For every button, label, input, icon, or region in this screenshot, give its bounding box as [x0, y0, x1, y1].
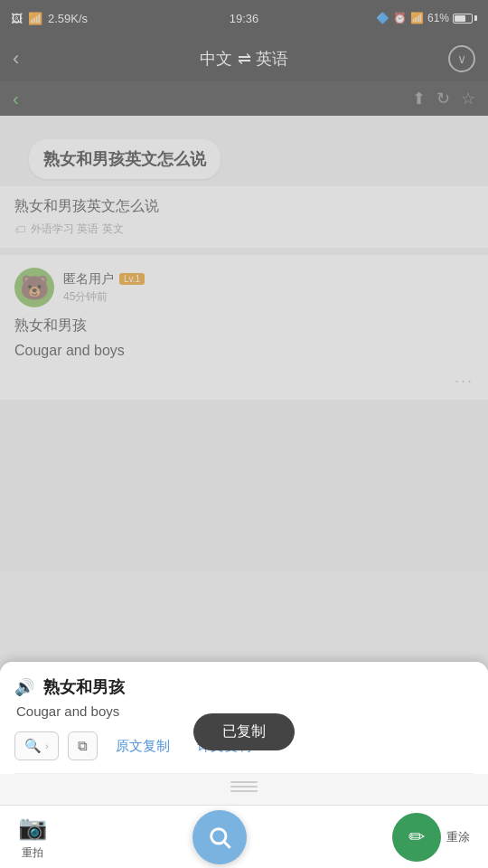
chevron-right-icon: › — [45, 741, 49, 751]
speaker-icon[interactable]: 🔊 — [14, 677, 34, 697]
retake-label: 重拍 — [22, 845, 43, 861]
search-center-icon — [207, 825, 232, 850]
search-icon: 🔍 — [24, 738, 42, 754]
svg-point-0 — [211, 828, 226, 843]
redraw-label: 重涂 — [446, 829, 470, 845]
redraw-button[interactable]: 重涂 — [446, 829, 470, 845]
copy-original-button[interactable]: 原文复制 — [107, 732, 179, 760]
center-search-button[interactable] — [192, 810, 247, 864]
toast-copied: 已复制 — [193, 713, 295, 750]
search-action-button[interactable]: 🔍 › — [14, 731, 59, 760]
right-actions: ✏ 重涂 — [392, 813, 470, 862]
svg-line-1 — [224, 842, 230, 847]
camera-icon: 📷 — [18, 814, 47, 842]
edit-button[interactable]: ✏ — [392, 813, 441, 862]
handle-line-1 — [230, 781, 258, 783]
handle-line-2 — [230, 786, 258, 788]
panel-zh-row: 🔊 熟女和男孩 — [14, 676, 474, 698]
handle-line-3 — [230, 790, 258, 792]
panel-zh-text: 熟女和男孩 — [43, 676, 125, 698]
handle-lines — [230, 781, 258, 792]
bottom-toolbar: 📷 重拍 ✏ 重涂 — [0, 805, 488, 868]
retake-button[interactable]: 📷 重拍 — [18, 814, 47, 861]
copy-icon-button[interactable]: ⧉ — [68, 731, 98, 760]
copy-icon: ⧉ — [78, 738, 88, 753]
panel-handle-area — [0, 774, 488, 796]
edit-icon: ✏ — [408, 826, 425, 849]
